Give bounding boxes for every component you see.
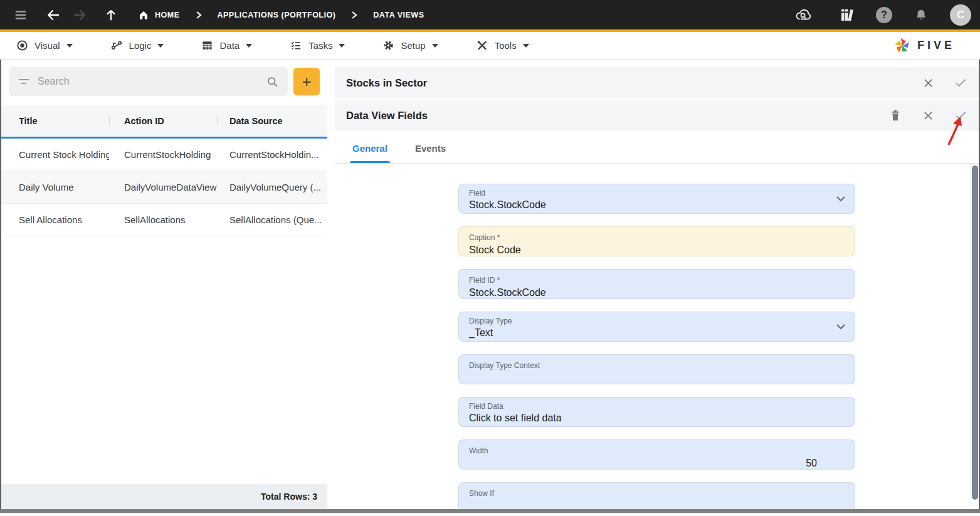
chevron-down-icon [432, 44, 438, 48]
column-header-action-id[interactable]: Action ID [109, 116, 217, 126]
subform-title: Data View Fields [346, 110, 428, 122]
chevron-down-icon [523, 44, 529, 48]
subform-header: Data View Fields [335, 100, 979, 131]
menu-icon[interactable] [9, 3, 33, 27]
caption-input[interactable] [469, 245, 845, 256]
avatar[interactable]: C [950, 4, 971, 26]
tasks-icon [290, 39, 302, 51]
column-header-title[interactable]: Title [1, 116, 109, 126]
chevron-down-icon [246, 44, 252, 48]
search-input[interactable] [38, 76, 258, 87]
visual-icon [16, 39, 28, 51]
help-icon[interactable]: ? [876, 7, 892, 23]
cell-title: Sell Allocations [1, 214, 109, 225]
cell-action-id: DailyVolumeDataView [109, 182, 217, 192]
close-icon[interactable] [921, 108, 935, 122]
cell-title: Daily Volume [1, 182, 109, 192]
field-form: Field Stock.StockCode Caption * Field ID… [335, 164, 979, 509]
data-views-table: Title Action ID Data Source Current Stoc… [1, 105, 327, 236]
field-data-field[interactable]: Field Data Click to set field data [458, 397, 855, 427]
add-record-button[interactable]: + [293, 68, 320, 95]
up-icon[interactable] [99, 3, 123, 27]
display-type-select[interactable]: Display Type _Text [458, 312, 855, 342]
chevron-down-icon [836, 324, 846, 330]
breadcrumb-applications[interactable]: APPLICATIONS (PORTFOLIO) [218, 11, 336, 19]
display-type-context-field: Display Type Context [458, 354, 855, 384]
breadcrumb-label: APPLICATIONS (PORTFOLIO) [218, 11, 336, 19]
cloud-search-icon[interactable] [792, 3, 816, 27]
breadcrumb-data-views[interactable]: DATA VIEWS [373, 11, 424, 19]
library-icon[interactable] [835, 3, 859, 27]
breadcrumb-chevron-icon [350, 11, 358, 19]
logic-icon [110, 39, 123, 51]
chevron-down-icon [339, 44, 345, 48]
scrollbar-thumb[interactable] [972, 166, 978, 500]
window-bottom-edge [0, 509, 980, 513]
table-row[interactable]: Daily Volume DailyVolumeDataView DailyVo… [1, 171, 327, 204]
back-icon[interactable] [41, 3, 65, 27]
save-icon[interactable] [954, 108, 967, 122]
cell-action-id: SellAllocations [109, 214, 217, 225]
column-header-data-source[interactable]: Data Source [217, 116, 327, 126]
width-field: Width [458, 440, 855, 470]
record-title: Stocks in Sector [346, 77, 427, 89]
detail-tabbar: General Events [335, 132, 979, 164]
cell-data-source: CurrentStockHoldin... [217, 149, 327, 160]
five-brand-logo: FIVE [893, 36, 964, 55]
notifications-icon[interactable] [909, 3, 933, 27]
form-scrollbar [970, 164, 979, 509]
field-id-input[interactable] [469, 287, 845, 298]
show-if-input[interactable] [469, 500, 845, 509]
top-navigation-bar: HOME APPLICATIONS (PORTFOLIO) DATA VIEWS [0, 0, 980, 32]
breadcrumb-label: DATA VIEWS [373, 11, 424, 19]
search-box [9, 67, 288, 96]
filter-icon[interactable] [18, 76, 30, 87]
save-icon[interactable] [954, 76, 967, 90]
cell-data-source: DailyVolumeQuery (... [217, 182, 327, 192]
table-header-row: Title Action ID Data Source [1, 105, 327, 139]
five-pinwheel-icon [893, 36, 912, 55]
main-menu-bar: Visual Logic Data Tasks Setup Tools [0, 32, 980, 60]
delete-icon[interactable] [888, 108, 902, 122]
menu-data[interactable]: Data [201, 39, 252, 51]
tools-icon [476, 39, 488, 51]
add-icon: + [302, 72, 311, 92]
data-views-list-panel: + Title Action ID Data Source Current St… [1, 60, 327, 509]
chevron-down-icon [836, 196, 846, 202]
menu-visual[interactable]: Visual [16, 39, 73, 51]
total-rows-label: Total Rows: 3 [261, 492, 317, 502]
cell-action-id: CurrentStockHolding [109, 149, 217, 160]
field-id-field: Field ID * [458, 269, 855, 299]
table-footer: Total Rows: 3 [1, 484, 327, 509]
close-icon[interactable] [921, 76, 935, 90]
field-select[interactable]: Field Stock.StockCode [458, 184, 855, 214]
search-icon[interactable] [266, 75, 279, 88]
menu-logic[interactable]: Logic [110, 39, 164, 51]
data-icon [201, 39, 213, 51]
breadcrumb-label: HOME [155, 11, 180, 19]
forward-icon [68, 3, 92, 27]
record-header: Stocks in Sector [335, 67, 979, 98]
menu-tools[interactable]: Tools [476, 39, 529, 51]
table-row[interactable]: Sell Allocations SellAllocations SellAll… [1, 204, 327, 236]
breadcrumb-home[interactable]: HOME [138, 9, 180, 21]
table-row[interactable]: Current Stock Holding CurrentStockHoldin… [1, 139, 327, 171]
menu-tasks[interactable]: Tasks [290, 39, 345, 51]
chevron-down-icon [66, 44, 73, 48]
record-detail-panel: Stocks in Sector Data View Fields [335, 60, 979, 509]
tab-events[interactable]: Events [413, 143, 448, 163]
menu-setup[interactable]: Setup [382, 39, 438, 51]
home-icon [138, 9, 149, 21]
cell-data-source: SellAllocations (Que... [217, 214, 327, 225]
display-type-context-input[interactable] [469, 372, 845, 384]
width-input[interactable] [469, 458, 845, 469]
show-if-field: Show If [458, 482, 855, 509]
cell-title: Current Stock Holding [1, 149, 109, 160]
setup-icon [382, 39, 394, 51]
breadcrumb: HOME APPLICATIONS (PORTFOLIO) DATA VIEWS [138, 9, 424, 21]
chevron-down-icon [157, 44, 164, 48]
breadcrumb-chevron-icon [195, 11, 203, 19]
brand-name: FIVE [917, 39, 955, 52]
caption-field: Caption * [458, 226, 855, 256]
tab-general[interactable]: General [350, 143, 390, 163]
